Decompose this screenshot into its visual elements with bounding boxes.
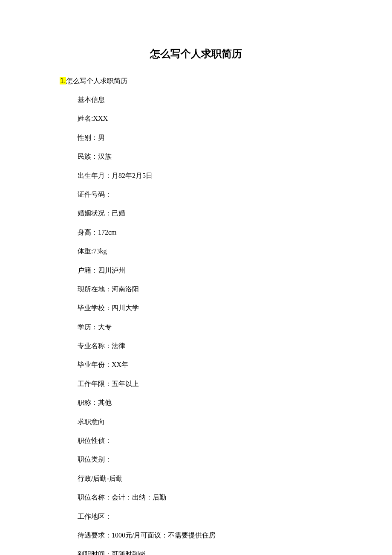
resume-line: 到职时间：可随时到岗 <box>78 549 332 555</box>
resume-line: 毕业年份：XX年 <box>78 360 332 369</box>
resume-line: 户籍：四川泸州 <box>78 266 332 275</box>
resume-line: 求职意向 <box>78 417 332 427</box>
resume-line: 专业名称：法律 <box>78 341 332 351</box>
resume-line: 婚姻状况：已婚 <box>78 209 332 218</box>
resume-line: 职位名称：会计：出纳：后勤 <box>78 493 332 502</box>
resume-line: 学历：大专 <box>78 323 332 332</box>
resume-line: 基本信息 <box>78 95 332 105</box>
resume-line: 现所在地：河南洛阳 <box>78 285 332 294</box>
resume-line: 职位性侦： <box>78 436 332 445</box>
resume-line: 职称：其他 <box>78 398 332 407</box>
resume-line: 工作地区： <box>78 512 332 521</box>
resume-line: 行政/后勤-后勤 <box>78 474 332 483</box>
resume-line: 证件号码： <box>78 190 332 199</box>
heading-text: 怎么写个人求职简历 <box>66 77 127 84</box>
resume-line: 性别：男 <box>78 133 332 142</box>
resume-line: 民族：汉族 <box>78 152 332 161</box>
resume-line: 身高：172cm <box>78 228 332 237</box>
resume-line: 工作年限：五年以上 <box>78 379 332 389</box>
resume-line: 待遇要求：1000元/月可面议：不需要提供住房 <box>78 531 332 540</box>
heading-number: 1. <box>60 77 66 84</box>
resume-line: 体重:73kg <box>78 247 332 256</box>
resume-line: 职位类别： <box>78 455 332 464</box>
document-title: 怎么写个人求职简历 <box>60 47 332 61</box>
resume-line: 出生年月：月82年2月5日 <box>78 171 332 180</box>
resume-line: 姓名:XXX <box>78 114 332 123</box>
section-heading: 1.怎么写个人求职简历 <box>60 77 332 86</box>
resume-line: 毕业学校：四川大学 <box>78 303 332 313</box>
